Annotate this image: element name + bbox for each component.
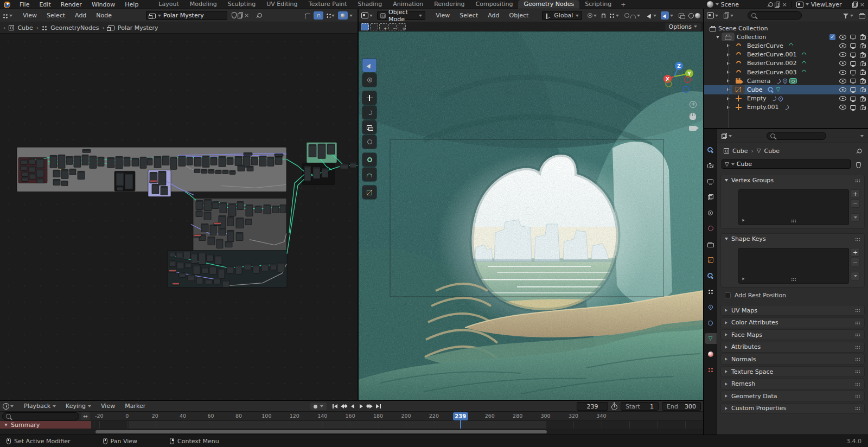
hide-viewport-icon[interactable]: [839, 96, 846, 101]
panel-header-shape-keys[interactable]: Shape Keys: [721, 234, 864, 244]
tab-animation[interactable]: Animation: [387, 0, 429, 9]
breadcrumb-item-polar-mystery[interactable]: Polar Mystery: [118, 24, 158, 31]
tab-texture-paint[interactable]: Texture Paint: [303, 0, 353, 9]
breadcrumb-back-icon[interactable]: ›: [3, 24, 5, 31]
tool-annotate[interactable]: [362, 153, 376, 167]
tab-uv-editing[interactable]: UV Editing: [261, 0, 303, 9]
properties-tab-tool[interactable]: [705, 144, 717, 155]
start-frame-field[interactable]: Start 1: [621, 402, 659, 411]
end-frame-field[interactable]: End 300: [662, 402, 701, 411]
select-mode-new[interactable]: [370, 23, 378, 30]
properties-tab-physics[interactable]: [705, 302, 717, 312]
disable-viewport-icon[interactable]: [850, 53, 856, 57]
node[interactable]: [236, 218, 244, 228]
properties-tab-view-layer[interactable]: [705, 191, 717, 202]
node-group-browse-caret[interactable]: [158, 15, 161, 17]
properties-tab-constraints[interactable]: [705, 317, 717, 328]
outliner-row-camera[interactable]: Camera: [704, 76, 868, 85]
node[interactable]: [170, 157, 177, 169]
node[interactable]: [304, 166, 311, 181]
add-item-button[interactable]: +: [851, 248, 860, 257]
exclude-checkbox[interactable]: ✓: [829, 34, 835, 40]
gizmo-axis-negative[interactable]: [682, 86, 690, 93]
timeline-menu-keying[interactable]: Keying: [61, 401, 96, 411]
properties-pin-icon[interactable]: [854, 146, 863, 155]
node[interactable]: [318, 144, 326, 158]
disable-render-icon[interactable]: [860, 71, 866, 75]
parent-node-icon[interactable]: [305, 14, 310, 19]
node[interactable]: [124, 157, 130, 166]
outliner-row-cube[interactable]: Cube▽: [704, 85, 868, 94]
use-preview-range-icon[interactable]: [611, 404, 617, 410]
node[interactable]: [178, 156, 186, 166]
properties-tab-texture[interactable]: [705, 365, 717, 375]
display-mode-caret[interactable]: [730, 15, 733, 17]
overlays-caret[interactable]: [670, 15, 673, 17]
outliner-row-beziercurve-001[interactable]: BezierCurve.001: [704, 50, 868, 59]
viewport-menu-select[interactable]: Select: [455, 11, 483, 20]
properties-tab-scene[interactable]: [705, 207, 717, 218]
node[interactable]: [267, 157, 274, 166]
disable-render-icon[interactable]: [860, 97, 866, 101]
tool-add-cube[interactable]: [362, 186, 376, 199]
node-group-field[interactable]: Polar Mystery: [146, 11, 227, 20]
properties-tab-collection[interactable]: [705, 239, 717, 250]
transport-prev-keyframe[interactable]: [340, 402, 348, 410]
tab-layout[interactable]: Layout: [153, 0, 184, 9]
add-rest-position-row[interactable]: Add Rest Position: [725, 292, 786, 299]
disable-viewport-icon[interactable]: [850, 70, 856, 74]
node-menu-select[interactable]: Select: [42, 11, 70, 20]
outliner-search-input[interactable]: [748, 11, 802, 20]
properties-tab-data[interactable]: ▽: [705, 333, 717, 344]
mesh-name-value[interactable]: Cube: [737, 161, 752, 168]
node[interactable]: [227, 231, 234, 242]
fake-user-shield-button[interactable]: [853, 159, 864, 170]
current-frame-field[interactable]: 239: [577, 402, 608, 411]
filter-icon[interactable]: [843, 13, 848, 18]
hide-viewport-icon[interactable]: [839, 87, 846, 92]
panel-header-vertex-groups[interactable]: Vertex Groups: [721, 175, 864, 186]
node[interactable]: [322, 168, 328, 177]
tool-cursor[interactable]: [362, 73, 376, 87]
disable-viewport-icon[interactable]: [850, 97, 856, 101]
gizmo-axis-negative[interactable]: [684, 76, 691, 83]
viewport-render[interactable]: ZXY: [359, 31, 703, 400]
node[interactable]: [246, 205, 253, 216]
menu-window[interactable]: Window: [87, 0, 120, 9]
transport-next-keyframe[interactable]: [366, 402, 374, 410]
select-mode-tweak[interactable]: [361, 23, 369, 30]
hide-viewport-icon[interactable]: [839, 35, 846, 40]
shading-solid-icon[interactable]: [695, 13, 700, 18]
breadcrumb-item-geometrynodes[interactable]: GeometryNodes: [50, 24, 99, 31]
mode-dropdown[interactable]: Object Mode: [377, 11, 425, 20]
timeline-search-input[interactable]: [2, 412, 79, 420]
item-menu-button[interactable]: [851, 213, 860, 222]
panel-face-maps[interactable]: Face Maps: [720, 329, 865, 340]
new-collection-icon[interactable]: [859, 14, 865, 18]
outliner-row-collection[interactable]: Collection✓: [704, 33, 868, 41]
item-menu-button[interactable]: [851, 272, 860, 280]
camera-view-icon[interactable]: [689, 126, 697, 131]
snap-target-caret[interactable]: [331, 15, 335, 17]
node[interactable]: [152, 184, 159, 194]
node[interactable]: [215, 256, 222, 265]
node[interactable]: [98, 157, 104, 166]
timeline-editor-type-icon[interactable]: [3, 403, 9, 410]
panel-color-attributes[interactable]: Color Attributes: [720, 317, 865, 328]
orientation-dropdown[interactable]: Global: [542, 11, 582, 20]
disable-render-icon[interactable]: [860, 79, 866, 84]
xray-toggle-icon[interactable]: [679, 14, 684, 18]
node[interactable]: [162, 156, 169, 165]
properties-tab-material[interactable]: [705, 349, 717, 360]
hide-viewport-icon[interactable]: [839, 105, 846, 110]
node[interactable]: [220, 202, 227, 213]
outliner-editor-type-icon[interactable]: [707, 12, 714, 18]
summary-channel[interactable]: Summary: [0, 421, 91, 429]
options-dropdown[interactable]: Options: [665, 23, 701, 31]
add-item-button[interactable]: +: [851, 189, 860, 198]
properties-tab-modifiers[interactable]: [705, 270, 717, 281]
pan-hand-icon[interactable]: [690, 113, 696, 120]
hide-viewport-icon[interactable]: [839, 43, 846, 48]
node-group-name[interactable]: Polar Mystery: [163, 12, 204, 19]
panel-custom-properties[interactable]: Custom Properties: [720, 403, 865, 414]
